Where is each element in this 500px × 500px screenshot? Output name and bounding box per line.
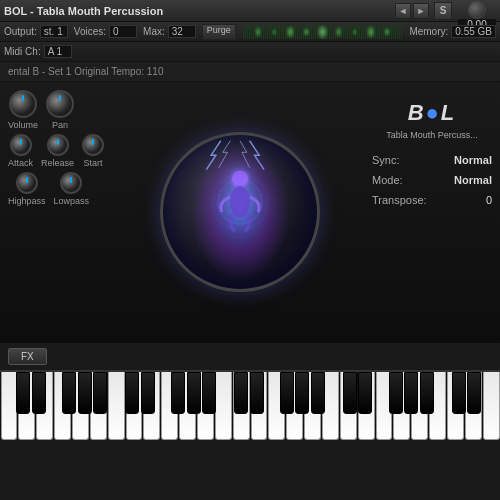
black-key[interactable]	[32, 372, 46, 414]
black-key[interactable]	[343, 372, 357, 414]
nav-prev-button[interactable]: ◄	[395, 3, 411, 19]
left-controls: Volume Pan Attack Release Start	[8, 90, 108, 334]
attack-knob[interactable]	[10, 134, 32, 156]
midi-item: Midi Ch: A 1	[4, 45, 72, 58]
black-key[interactable]	[202, 372, 216, 414]
black-key[interactable]	[141, 372, 155, 414]
white-key[interactable]	[108, 372, 125, 440]
sync-value[interactable]: Normal	[454, 154, 492, 166]
output-label: Output:	[4, 26, 37, 37]
plugin-title: BOL - Tabla Mouth Percussion	[4, 5, 394, 17]
start-group: Start	[82, 134, 104, 168]
voices-value: 0	[109, 25, 137, 38]
white-key[interactable]	[215, 372, 232, 440]
pan-knob[interactable]	[46, 90, 74, 118]
preset-bar: ental B - Set 1 Original Tempo: 110	[0, 62, 500, 82]
waveform-inner	[242, 25, 404, 39]
white-key[interactable]	[483, 372, 500, 440]
mode-label: Mode:	[372, 174, 403, 186]
memory-value: 0.55 GB	[451, 25, 496, 38]
output-bar: Output: st. 1 Voices: 0 Max: 32 Purge Me…	[0, 22, 500, 42]
transpose-label: Transpose:	[372, 194, 427, 206]
sync-label: Sync:	[372, 154, 400, 166]
black-key[interactable]	[467, 372, 481, 414]
right-info: B●L Tabla Mouth Percuss... Sync: Normal …	[372, 90, 492, 334]
main-area: Volume Pan Attack Release Start	[0, 82, 500, 342]
black-key[interactable]	[452, 372, 466, 414]
black-key[interactable]	[187, 372, 201, 414]
nav-next-button[interactable]: ►	[413, 3, 429, 19]
title-bar: BOL - Tabla Mouth Percussion ◄ ► S Tune …	[0, 0, 500, 22]
voices-item: Voices: 0	[74, 25, 137, 38]
attack-label: Attack	[8, 158, 33, 168]
black-key[interactable]	[78, 372, 92, 414]
purge-button[interactable]: Purge	[202, 24, 236, 40]
bol-subtitle: Tabla Mouth Percuss...	[372, 130, 492, 140]
max-value: 32	[168, 25, 196, 38]
attack-release-row: Attack Release Start	[8, 134, 108, 168]
release-group: Release	[41, 134, 74, 168]
black-key[interactable]	[62, 372, 76, 414]
pan-label: Pan	[52, 120, 68, 130]
memory-label: Memory:	[409, 26, 448, 37]
black-key[interactable]	[420, 372, 434, 414]
waveform-display	[242, 25, 404, 39]
white-key[interactable]	[1, 372, 18, 440]
bottom-controls: FX	[0, 342, 500, 370]
black-key[interactable]	[16, 372, 30, 414]
black-key[interactable]	[389, 372, 403, 414]
black-key[interactable]	[358, 372, 372, 414]
black-key[interactable]	[295, 372, 309, 414]
svg-point-0	[232, 171, 248, 187]
white-keys	[0, 372, 500, 440]
voices-label: Voices:	[74, 26, 106, 37]
volume-label: Volume	[8, 120, 38, 130]
sync-row: Sync: Normal	[372, 154, 492, 166]
black-key[interactable]	[404, 372, 418, 414]
preset-text: ental B - Set 1 Original Tempo: 110	[8, 66, 163, 77]
black-key[interactable]	[125, 372, 139, 414]
bol-logo: B●L	[372, 100, 492, 126]
orb-display	[160, 132, 320, 292]
s-button[interactable]: S	[434, 2, 452, 20]
max-item: Max: 32	[143, 25, 196, 38]
start-knob[interactable]	[82, 134, 104, 156]
lowpass-label: Lowpass	[54, 196, 90, 206]
lowpass-group: Lowpass	[54, 172, 90, 206]
black-key[interactable]	[250, 372, 264, 414]
output-value: st. 1	[40, 25, 68, 38]
black-key[interactable]	[234, 372, 248, 414]
highpass-group: Highpass	[8, 172, 46, 206]
lowpass-knob[interactable]	[60, 172, 82, 194]
attack-group: Attack	[8, 134, 33, 168]
bol-title: B●L	[372, 100, 492, 126]
highpass-label: Highpass	[8, 196, 46, 206]
black-key[interactable]	[93, 372, 107, 414]
mode-row: Mode: Normal	[372, 174, 492, 186]
black-key[interactable]	[280, 372, 294, 414]
black-key[interactable]	[171, 372, 185, 414]
center-orb-area	[116, 90, 364, 334]
volume-knob[interactable]	[9, 90, 37, 118]
tune-knob[interactable]	[468, 1, 486, 19]
start-label: Start	[84, 158, 103, 168]
max-label: Max:	[143, 26, 165, 37]
pan-group: Pan	[46, 90, 74, 130]
keyboard	[0, 370, 500, 440]
transpose-value[interactable]: 0	[486, 194, 492, 206]
mode-value[interactable]: Normal	[454, 174, 492, 186]
highpass-knob[interactable]	[16, 172, 38, 194]
black-keys-overlay	[0, 372, 500, 414]
fx-button[interactable]: FX	[8, 348, 47, 365]
midi-value: A 1	[44, 45, 72, 58]
midi-bar: Midi Ch: A 1	[0, 42, 500, 62]
memory-item: Memory: 0.55 GB	[409, 25, 496, 38]
release-knob[interactable]	[47, 134, 69, 156]
volume-pan-row: Volume Pan	[8, 90, 108, 130]
bol-dot: ●	[426, 100, 441, 125]
transpose-row: Transpose: 0	[372, 194, 492, 206]
black-key[interactable]	[311, 372, 325, 414]
release-label: Release	[41, 158, 74, 168]
figure-svg	[210, 167, 270, 257]
svg-point-1	[230, 186, 250, 218]
